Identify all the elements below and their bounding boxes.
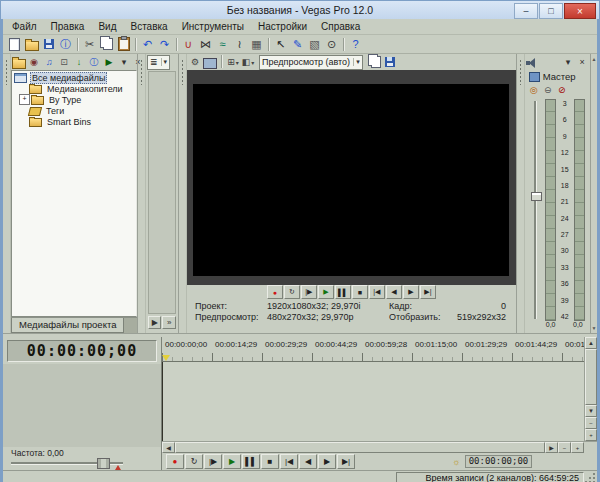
loop-playback-button[interactable]: ↻ [185, 454, 203, 469]
tree-item-all-media[interactable]: Все медиафайлы [12, 72, 136, 83]
paste-button[interactable] [115, 36, 132, 52]
tree-item-smart-bins[interactable]: Smart Bins [12, 116, 136, 127]
go-to-end-button[interactable]: ▶| [420, 285, 436, 299]
scroll-right-button[interactable]: ▶ [545, 442, 558, 453]
scroll-up-button[interactable]: ▲ [585, 337, 597, 349]
track-zoom-out-button[interactable]: − [585, 417, 597, 429]
envelope-edit-tool-button[interactable]: ✎ [289, 36, 306, 52]
pane-grip[interactable] [179, 54, 187, 333]
play-button[interactable]: ▶ [223, 454, 241, 469]
whats-this-help-button[interactable]: ? [347, 36, 364, 52]
cut-button[interactable]: ✂ [81, 36, 98, 52]
pane-grip[interactable] [517, 54, 525, 333]
menu-tools[interactable]: Инструменты [175, 20, 251, 33]
auto-crossfade-button[interactable]: ⋈ [197, 36, 214, 52]
go-to-start-button[interactable]: |◀ [369, 285, 385, 299]
preset-list-empty[interactable] [148, 71, 176, 314]
ignore-event-grouping-button[interactable]: ▦ [248, 36, 265, 52]
downmix-output-button[interactable]: ◎ [528, 84, 540, 96]
split-screen-view-button[interactable]: ◧▾ [241, 55, 255, 69]
pane-grip[interactable] [138, 54, 146, 333]
copy-button[interactable] [98, 36, 115, 52]
auto-ripple-button[interactable]: ≈ [214, 36, 231, 52]
extract-audio-from-cd-button[interactable]: ♫ [42, 55, 56, 69]
pane-grip[interactable] [3, 54, 11, 333]
pause-button[interactable]: ▌▌ [335, 285, 351, 299]
tree-item-by-type[interactable]: +By Type [12, 94, 136, 105]
selection-edit-tool-button[interactable]: ▧ [306, 36, 323, 52]
close-button[interactable]: × [564, 3, 596, 19]
preset-combo[interactable]: ≣ ▾ [147, 55, 170, 70]
minimize-button[interactable]: – [514, 3, 538, 19]
fader-handle-icon[interactable] [531, 192, 542, 201]
enable-snapping-button[interactable]: ∪ [180, 36, 197, 52]
more-buttons-button[interactable]: ▾ [117, 55, 131, 69]
undo-button[interactable]: ↶ [139, 36, 156, 52]
menu-view[interactable]: Вид [91, 20, 123, 33]
go-to-start-button[interactable]: |◀ [280, 454, 298, 469]
resize-grip-icon[interactable] [586, 474, 596, 482]
lock-envelopes-button[interactable]: ≀ [231, 36, 248, 52]
preview-quality-combo[interactable]: Предпросмотр (авто) ▾ [259, 55, 363, 70]
stop-button[interactable]: ■ [261, 454, 279, 469]
lamp-icon[interactable]: ☼ [452, 457, 460, 467]
scroll-down-icon[interactable]: ▼ [592, 325, 597, 331]
play-all-presets-button[interactable]: » [162, 316, 176, 329]
time-zoom-out-button[interactable]: − [558, 442, 571, 453]
timeline-timecode-display[interactable]: 00:00:00;00 [7, 340, 157, 362]
time-zoom-in-button[interactable]: + [571, 442, 584, 453]
master-fader[interactable] [531, 99, 540, 321]
new-project-button[interactable] [6, 36, 23, 52]
copy-snapshot-button[interactable] [368, 55, 382, 69]
previous-frame-button[interactable]: ◀ [386, 285, 402, 299]
menu-edit[interactable]: Правка [44, 20, 92, 33]
capture-video-button[interactable]: ◉ [27, 55, 41, 69]
track-list-empty[interactable] [3, 364, 161, 447]
project-properties-button[interactable]: ⓘ [57, 36, 74, 52]
scroll-left-button[interactable]: ◀ [162, 442, 175, 453]
track-zoom-in-button[interactable]: + [585, 429, 597, 441]
save-snapshot-button[interactable] [383, 55, 397, 69]
menu-options[interactable]: Настройки [251, 20, 314, 33]
previous-frame-button[interactable]: ◀ [299, 454, 317, 469]
media-properties-button[interactable]: ⓘ [87, 55, 101, 69]
start-preview-button[interactable]: ▶ [102, 55, 116, 69]
record-button[interactable]: ● [166, 454, 184, 469]
record-button[interactable]: ● [267, 285, 283, 299]
cursor-marker-icon[interactable] [162, 355, 170, 361]
meter-right[interactable] [574, 99, 585, 321]
pane-options-button[interactable]: ▾ [561, 55, 575, 69]
next-frame-button[interactable]: ▶ [318, 454, 336, 469]
redo-button[interactable]: ↷ [156, 36, 173, 52]
loop-playback-button[interactable]: ↻ [284, 285, 300, 299]
menu-file[interactable]: Файл [5, 20, 44, 33]
normal-edit-tool-button[interactable]: ↖ [272, 36, 289, 52]
pause-button[interactable]: ▌▌ [242, 454, 260, 469]
tree-item-media-bins[interactable]: Медианакопители [12, 83, 136, 94]
import-media-button[interactable] [12, 55, 26, 69]
vertical-scroll-thumb[interactable] [585, 349, 597, 405]
timeline-ruler[interactable]: 00:00:00;0000:00:14;2900:00:29;2900:00:4… [162, 337, 584, 362]
project-video-properties-button[interactable]: ⚙ [188, 55, 202, 69]
open-project-button[interactable] [23, 36, 40, 52]
scroll-down-button[interactable]: ▼ [585, 405, 597, 417]
menu-help[interactable]: Справка [314, 20, 367, 33]
maximize-button[interactable]: □ [539, 3, 563, 19]
tab-project-media[interactable]: Медиафайлы проекта [11, 318, 124, 333]
horizontal-scroll-thumb[interactable] [175, 442, 545, 453]
zoom-edit-tool-button[interactable]: ⊙ [323, 36, 340, 52]
play-from-start-button[interactable]: |▶ [301, 285, 317, 299]
play-from-start-button[interactable]: |▶ [204, 454, 222, 469]
mute-output-button[interactable]: ⊘ [556, 84, 568, 96]
save-project-button[interactable] [40, 36, 57, 52]
dim-output-button[interactable]: ⊖ [542, 84, 554, 96]
preview-on-external-monitor-button[interactable] [203, 55, 217, 69]
stop-button[interactable]: ■ [352, 285, 368, 299]
go-to-end-button[interactable]: ▶| [337, 454, 355, 469]
timeline-tracks-area[interactable] [162, 362, 584, 441]
video-overlays-button[interactable]: ⊞▾ [226, 55, 240, 69]
play-button[interactable]: ▶ [318, 285, 334, 299]
rate-slider-handle[interactable] [97, 458, 110, 469]
rate-slider[interactable] [11, 458, 155, 469]
close-pane-button[interactable]: × [575, 55, 589, 69]
